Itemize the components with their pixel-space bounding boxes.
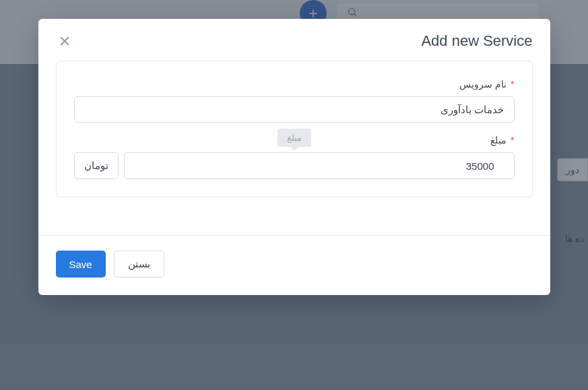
service-name-field: نام سرویس *	[74, 79, 515, 123]
modal-header: Add new Service	[38, 19, 550, 61]
modal-body: نام سرویس * مبلغ مبلغ * تومان	[38, 61, 550, 215]
cancel-button[interactable]: بستن	[114, 251, 164, 278]
add-service-modal: Add new Service نام سرویس * مبلغ مبلغ * …	[38, 19, 550, 295]
service-name-label: نام سرویس *	[74, 79, 515, 90]
label-text: مبلغ	[490, 135, 507, 145]
form-card: نام سرویس * مبلغ مبلغ * تومان	[56, 61, 533, 197]
modal-title: Add new Service	[421, 32, 532, 50]
price-input[interactable]	[124, 152, 515, 179]
required-mark: *	[511, 79, 514, 90]
close-button[interactable]	[56, 32, 73, 50]
save-button[interactable]: Save	[56, 251, 106, 278]
modal-footer: Save بستن	[38, 235, 550, 295]
required-mark: *	[511, 135, 514, 145]
price-tooltip: مبلغ	[277, 129, 311, 147]
currency-label: تومان	[74, 152, 119, 179]
label-text: نام سرویس	[459, 79, 507, 90]
price-row: تومان	[74, 152, 515, 179]
service-name-input[interactable]	[74, 96, 515, 123]
